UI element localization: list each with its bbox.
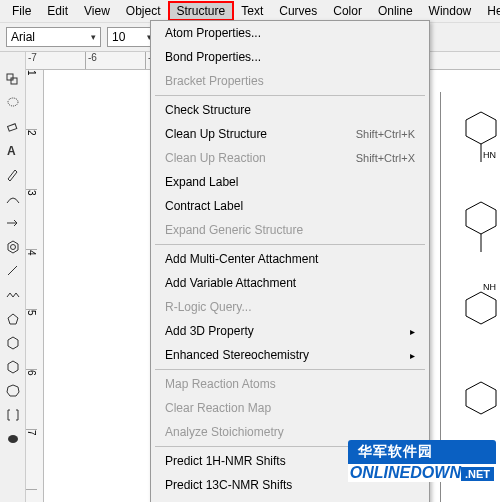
benzene-tool-icon[interactable] bbox=[4, 238, 22, 256]
menu-item-label: Predict 1H-NMR Shifts bbox=[165, 454, 286, 468]
atom-label-nh: NH bbox=[483, 282, 496, 292]
menu-separator bbox=[155, 369, 425, 370]
menu-item-atom-properties[interactable]: Atom Properties... bbox=[151, 21, 429, 45]
watermark-cn: 华军软件园 bbox=[348, 440, 496, 464]
svg-point-13 bbox=[8, 435, 18, 443]
menu-item-label: Enhanced Stereochemistry bbox=[165, 348, 309, 362]
menu-color[interactable]: Color bbox=[325, 2, 370, 20]
menu-structure[interactable]: Structure bbox=[169, 2, 234, 20]
svg-marker-6 bbox=[8, 241, 18, 253]
menu-item-label: Expand Generic Structure bbox=[165, 223, 303, 237]
menu-item-label: Clear Reaction Map bbox=[165, 401, 271, 415]
submenu-arrow-icon: ▸ bbox=[410, 350, 415, 361]
lasso-tool-icon[interactable] bbox=[4, 94, 22, 112]
cyclopentane-tool-icon[interactable] bbox=[4, 310, 22, 328]
cyclohexane-tool-icon[interactable] bbox=[4, 334, 22, 352]
menu-item-label: Add Variable Attachment bbox=[165, 276, 296, 290]
menu-separator bbox=[155, 95, 425, 96]
menu-item-expand-generic-structure: Expand Generic Structure bbox=[151, 218, 429, 242]
menu-item-add-3d-property[interactable]: Add 3D Property▸ bbox=[151, 319, 429, 343]
menu-item-label: Bracket Properties bbox=[165, 74, 264, 88]
watermark: 华军软件园 ONLINEDOWN.NET bbox=[348, 440, 496, 482]
menu-item-contract-label[interactable]: Contract Label bbox=[151, 194, 429, 218]
menu-item-add-variable-attachment[interactable]: Add Variable Attachment bbox=[151, 271, 429, 295]
select-tool-icon[interactable] bbox=[4, 70, 22, 88]
menu-item-label: Clean Up Structure bbox=[165, 127, 267, 141]
svg-point-7 bbox=[10, 245, 15, 250]
menu-item-map-reaction-atoms: Map Reaction Atoms bbox=[151, 372, 429, 396]
eraser-tool-icon[interactable] bbox=[4, 118, 22, 136]
menu-item-clean-up-reaction: Clean Up ReactionShift+Ctrl+X bbox=[151, 146, 429, 170]
blob-tool-icon[interactable] bbox=[4, 430, 22, 448]
menu-shortcut: Shift+Ctrl+X bbox=[356, 152, 415, 164]
bracket-tool-icon[interactable] bbox=[4, 406, 22, 424]
menu-online[interactable]: Online bbox=[370, 2, 421, 20]
ruler-vertical: 1234567 bbox=[26, 70, 44, 502]
text-tool-icon[interactable]: A bbox=[4, 142, 22, 160]
menu-item-bond-properties[interactable]: Bond Properties... bbox=[151, 45, 429, 69]
menu-item-clear-reaction-map: Clear Reaction Map bbox=[151, 396, 429, 420]
pen-tool-icon[interactable] bbox=[4, 166, 22, 184]
menu-item-label: Analyze Stoichiometry bbox=[165, 425, 284, 439]
menu-separator bbox=[155, 244, 425, 245]
menu-help[interactable]: Help bbox=[479, 2, 500, 20]
size-value: 10 bbox=[112, 30, 125, 44]
menu-item-label: Add 3D Property bbox=[165, 324, 254, 338]
svg-marker-11 bbox=[8, 361, 18, 373]
menu-item-add-multi-center-attachment[interactable]: Add Multi-Center Attachment bbox=[151, 247, 429, 271]
svg-marker-10 bbox=[8, 337, 18, 349]
svg-rect-3 bbox=[7, 124, 16, 131]
menu-item-label: Map Reaction Atoms bbox=[165, 377, 276, 391]
submenu-arrow-icon: ▸ bbox=[410, 326, 415, 337]
svg-point-2 bbox=[8, 98, 18, 106]
menu-item-label: Predict 13C-NMR Shifts bbox=[165, 478, 292, 492]
menu-item-enhanced-stereochemistry[interactable]: Enhanced Stereochemistry▸ bbox=[151, 343, 429, 367]
arrow-tool-icon[interactable] bbox=[4, 214, 22, 232]
menu-curves[interactable]: Curves bbox=[271, 2, 325, 20]
menu-item-label: Add Multi-Center Attachment bbox=[165, 252, 318, 266]
svg-line-8 bbox=[8, 266, 17, 275]
atom-label-hn: HN bbox=[483, 150, 496, 160]
menu-object[interactable]: Object bbox=[118, 2, 169, 20]
structure-menu: Atom Properties...Bond Properties...Brac… bbox=[150, 20, 430, 502]
menu-item-expand-label[interactable]: Expand Label bbox=[151, 170, 429, 194]
menu-item-clean-up-structure[interactable]: Clean Up StructureShift+Ctrl+K bbox=[151, 122, 429, 146]
bond-tool-icon[interactable] bbox=[4, 262, 22, 280]
svg-marker-9 bbox=[8, 314, 18, 324]
menu-item-r-logic-query: R-Logic Query... bbox=[151, 295, 429, 319]
menu-item-check-structure[interactable]: Check Structure bbox=[151, 98, 429, 122]
menu-item-make-spectrum-structure-assignment: Make Spectrum-Structure Assignment bbox=[151, 497, 429, 502]
menu-item-label: Atom Properties... bbox=[165, 26, 261, 40]
tool-palette: A bbox=[0, 52, 26, 502]
chevron-down-icon: ▾ bbox=[91, 32, 96, 42]
menu-window[interactable]: Window bbox=[421, 2, 480, 20]
font-select[interactable]: Arial ▾ bbox=[6, 27, 101, 47]
menu-item-label: R-Logic Query... bbox=[165, 300, 251, 314]
menu-view[interactable]: View bbox=[76, 2, 118, 20]
cyclohexane2-tool-icon[interactable] bbox=[4, 358, 22, 376]
chain-tool-icon[interactable] bbox=[4, 286, 22, 304]
svg-rect-0 bbox=[7, 74, 13, 80]
cycloheptane-tool-icon[interactable] bbox=[4, 382, 22, 400]
menu-item-label: Contract Label bbox=[165, 199, 243, 213]
watermark-en: ONLINEDOWN.NET bbox=[348, 464, 496, 482]
svg-marker-12 bbox=[7, 385, 19, 396]
menu-item-label: Clean Up Reaction bbox=[165, 151, 266, 165]
menu-item-label: Check Structure bbox=[165, 103, 251, 117]
font-value: Arial bbox=[11, 30, 35, 44]
svg-text:A: A bbox=[7, 144, 16, 158]
menu-edit[interactable]: Edit bbox=[39, 2, 76, 20]
menu-shortcut: Shift+Ctrl+K bbox=[356, 128, 415, 140]
menu-item-label: Expand Label bbox=[165, 175, 238, 189]
menu-file[interactable]: File bbox=[4, 2, 39, 20]
menu-item-label: Bond Properties... bbox=[165, 50, 261, 64]
svg-rect-1 bbox=[11, 78, 17, 84]
menu-item-bracket-properties: Bracket Properties bbox=[151, 69, 429, 93]
menu-text[interactable]: Text bbox=[233, 2, 271, 20]
curve-tool-icon[interactable] bbox=[4, 190, 22, 208]
